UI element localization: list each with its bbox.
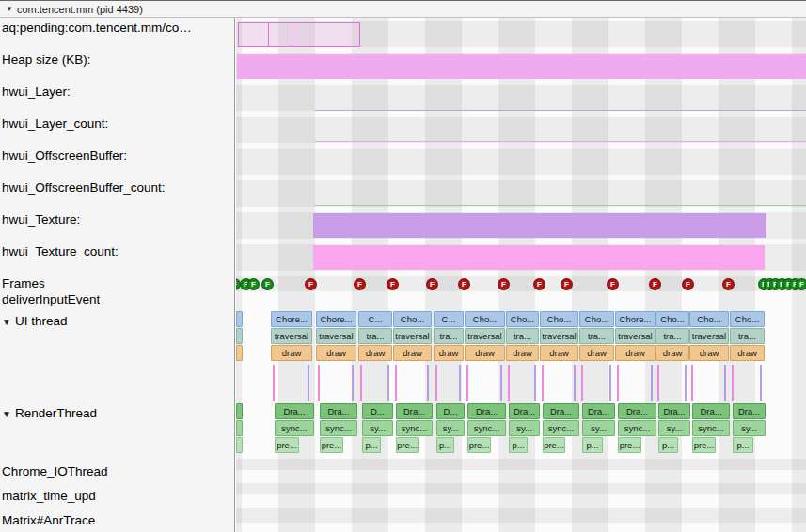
slice-sync[interactable]: sy... <box>658 420 690 436</box>
slice-traversal[interactable]: traversal <box>465 328 505 344</box>
slice-sync[interactable]: sy... <box>582 420 615 436</box>
slice-prepare[interactable]: pre... <box>618 437 641 453</box>
slice-prepare[interactable]: pre... <box>467 437 491 453</box>
frame-marker-red[interactable]: F <box>498 278 510 290</box>
slice-drawframe[interactable]: Dra... <box>543 403 579 419</box>
frame-marker-red[interactable]: F <box>533 278 545 290</box>
slice-doframe[interactable]: C... <box>358 311 392 327</box>
slice-prepare[interactable]: p... <box>509 437 528 453</box>
slice-prepare[interactable]: p... <box>582 437 603 453</box>
slice-sync[interactable]: sy... <box>362 420 393 436</box>
slice-prepare[interactable]: pre... <box>543 437 565 453</box>
slice-traversal[interactable]: tra... <box>434 328 464 344</box>
slice-draw[interactable]: draw <box>656 345 689 361</box>
slice-draw[interactable]: draw <box>271 345 312 361</box>
slice-doframe[interactable]: Cho... <box>730 311 765 327</box>
slice-prepare[interactable]: p... <box>733 437 753 453</box>
slice-doframe[interactable]: Cho... <box>465 311 505 327</box>
frame-marker-red[interactable]: F <box>426 278 438 290</box>
slice-traversal[interactable]: traversal <box>316 328 356 344</box>
slice-drawframe[interactable]: Dra... <box>582 403 615 419</box>
slice-sync[interactable]: sync... <box>543 420 579 436</box>
slice-draw[interactable]: draw <box>540 345 578 361</box>
slice-prepare[interactable]: p... <box>362 437 381 453</box>
slice-sync[interactable]: sync... <box>618 420 656 436</box>
slice-drawframe[interactable]: D... <box>362 403 393 419</box>
slice-doframe[interactable]: Cho... <box>579 311 614 327</box>
slice-doframe[interactable]: Chore... <box>615 311 656 327</box>
aq-pending-box[interactable] <box>238 22 360 47</box>
slice-traversal[interactable]: tra... <box>656 328 689 344</box>
slice-drawframe[interactable]: Dra... <box>618 403 656 419</box>
frame-marker-red[interactable]: F <box>387 278 399 290</box>
slice-doframe[interactable]: Cho... <box>506 311 539 327</box>
slice-draw-partial[interactable] <box>236 345 243 361</box>
slice-sync[interactable]: sync... <box>692 420 730 436</box>
frame-marker-red[interactable]: F <box>607 278 619 290</box>
slice-traversal[interactable]: traversal <box>393 328 432 344</box>
slice-draw[interactable]: draw <box>615 345 656 361</box>
slice-draw[interactable]: draw <box>434 345 464 361</box>
slice-sync[interactable]: sync... <box>467 420 506 436</box>
timeline-area[interactable]: FFFFFFFFFFFFFFFFFFFFFFFChore...traversal… <box>236 18 806 532</box>
frame-marker-red[interactable]: F <box>305 278 317 290</box>
slice-drawframe[interactable]: Dra... <box>467 403 506 419</box>
slice-doframe[interactable]: Cho... <box>656 311 689 327</box>
slice-traversal[interactable]: tra... <box>579 328 614 344</box>
slice-prepare[interactable]: pre... <box>692 437 716 453</box>
frame-marker-red[interactable]: F <box>682 278 694 290</box>
slice-prepare[interactable]: pre... <box>320 437 343 453</box>
slice-draw[interactable]: draw <box>506 345 539 361</box>
slice-traversal[interactable]: traversal <box>271 328 312 344</box>
slice-prepare[interactable]: pre... <box>275 437 299 453</box>
track-label-ui-thread[interactable]: ▼UI thread <box>2 314 67 329</box>
slice-prepare[interactable]: p... <box>436 437 454 453</box>
slice-doframe[interactable]: C... <box>434 311 464 327</box>
slice-doframe-partial[interactable] <box>236 311 243 327</box>
slice-draw[interactable]: draw <box>358 345 392 361</box>
frame-marker-red[interactable]: F <box>458 278 470 290</box>
slice-doframe[interactable]: Cho... <box>689 311 729 327</box>
slice-traversal-partial[interactable] <box>236 328 243 344</box>
slice-sync[interactable]: sync... <box>320 420 357 436</box>
slice-sync[interactable]: sy... <box>436 420 465 436</box>
slice-draw[interactable]: draw <box>393 345 432 361</box>
slice-draw[interactable]: draw <box>579 345 614 361</box>
collapse-arrow-icon[interactable]: ▼ <box>2 409 11 419</box>
slice-drawframe[interactable]: D... <box>436 403 465 419</box>
frame-marker-red[interactable]: F <box>354 278 366 290</box>
slice-draw[interactable]: draw <box>316 345 356 361</box>
slice-drawframe[interactable]: Dra... <box>509 403 540 419</box>
slice-sync[interactable]: sync... <box>275 420 314 436</box>
slice-prepare-partial[interactable] <box>236 437 243 453</box>
slice-prepare[interactable]: p... <box>658 437 678 453</box>
collapse-arrow-icon[interactable]: ▼ <box>2 317 11 327</box>
frame-marker-red[interactable]: F <box>649 278 661 290</box>
slice-drawframe-partial[interactable] <box>236 403 243 419</box>
slice-traversal[interactable]: tra... <box>358 328 392 344</box>
slice-sync[interactable]: sync... <box>396 420 433 436</box>
slice-traversal[interactable]: traversal <box>689 328 729 344</box>
slice-prepare[interactable]: pre... <box>396 437 419 453</box>
slice-drawframe[interactable]: Dra... <box>396 403 433 419</box>
frame-marker-red[interactable]: F <box>561 278 573 290</box>
slice-sync[interactable]: sy... <box>509 420 540 436</box>
slice-traversal[interactable]: traversal <box>540 328 578 344</box>
slice-draw[interactable]: draw <box>689 345 729 361</box>
slice-draw[interactable]: draw <box>465 345 505 361</box>
slice-traversal[interactable]: tra... <box>506 328 539 344</box>
slice-doframe[interactable]: Chore... <box>271 311 312 327</box>
slice-doframe[interactable]: Cho... <box>540 311 578 327</box>
hwui-texture-bar[interactable] <box>313 213 766 238</box>
frame-marker-red[interactable]: F <box>722 278 735 290</box>
slice-drawframe[interactable]: Dra... <box>320 403 357 419</box>
slice-doframe[interactable]: Cho... <box>393 311 432 327</box>
slice-drawframe[interactable]: Dra... <box>733 403 766 419</box>
frame-marker-green[interactable]: F <box>796 278 806 290</box>
slice-draw[interactable]: draw <box>730 345 765 361</box>
slice-drawframe[interactable]: Dra... <box>658 403 690 419</box>
slice-doframe[interactable]: Chore... <box>316 311 356 327</box>
slice-traversal[interactable]: traversal <box>615 328 656 344</box>
slice-drawframe[interactable]: Dra... <box>275 403 314 419</box>
slice-drawframe[interactable]: Dra... <box>692 403 730 419</box>
